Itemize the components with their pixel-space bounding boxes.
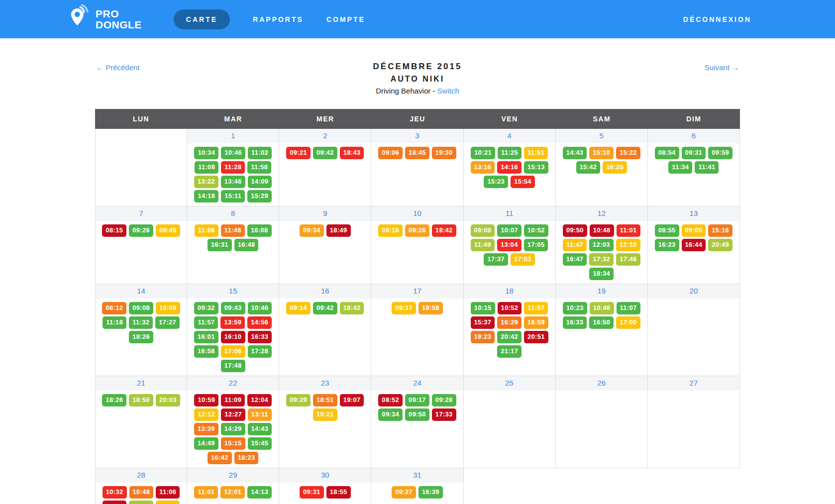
day-number[interactable]: 18 [464,284,555,299]
time-badge[interactable]: 15:24 [129,501,153,504]
time-badge[interactable]: 17:27 [155,316,180,329]
time-badge[interactable]: 14:18 [194,190,218,202]
time-badge[interactable]: 09:50 [563,224,587,237]
time-badge[interactable]: 09:05 [682,224,706,237]
time-badge[interactable]: 14:49 [194,437,218,450]
day-number[interactable]: 28 [96,468,187,483]
time-badge[interactable]: 10:46 [590,302,614,314]
time-badge[interactable]: 14:56 [247,316,272,329]
time-badge[interactable]: 09:17 [392,302,416,314]
prodongle-logo[interactable]: PRO DONGLE [70,4,142,34]
time-badge[interactable]: 10:48 [129,486,154,499]
time-badge[interactable]: 11:06 [195,224,218,237]
time-badge[interactable]: 15:10 [589,147,614,159]
time-badge[interactable]: 09:26 [129,224,153,237]
time-badge[interactable]: 16:31 [208,239,232,251]
time-badge[interactable]: 09:32 [194,302,218,314]
day-number[interactable]: 22 [187,376,279,391]
time-badge[interactable]: 19:07 [340,394,364,406]
time-badge[interactable]: 12:10 [616,239,640,251]
time-badge[interactable]: 10:46 [221,147,245,159]
nav-item-rapports[interactable]: RAPPORTS [253,15,304,23]
time-badge[interactable]: 15:49 [156,501,180,504]
time-badge[interactable]: 11:57 [524,302,548,314]
time-badge[interactable]: 11:25 [498,147,522,159]
time-badge[interactable]: 11:01 [194,486,218,499]
time-badge[interactable]: 08:15 [102,224,126,237]
time-badge[interactable]: 09:42 [313,147,337,159]
time-badge[interactable]: 09:31 [300,486,324,499]
time-badge[interactable]: 11:57 [194,316,218,329]
day-number[interactable]: 24 [371,376,463,391]
time-badge[interactable]: 18:50 [129,394,153,406]
time-badge[interactable]: 17:28 [248,345,272,358]
time-badge[interactable]: 16:59 [524,316,548,329]
time-badge[interactable]: 15:11 [221,190,245,202]
time-badge[interactable]: 19:30 [432,147,456,159]
time-badge[interactable]: 11:34 [668,161,692,174]
time-badge[interactable]: 12:27 [221,408,245,421]
day-number[interactable]: 9 [279,206,371,221]
time-badge[interactable]: 18:45 [405,147,429,159]
time-badge[interactable]: 09:17 [405,394,429,406]
time-badge[interactable]: 16:47 [563,253,587,266]
time-badge[interactable]: 11:18 [103,316,126,329]
time-badge[interactable]: 17:53 [511,253,535,266]
time-badge[interactable]: 11:47 [563,239,587,251]
time-badge[interactable]: 11:28 [221,161,245,174]
day-number[interactable]: 19 [556,284,647,299]
day-number[interactable]: 26 [556,376,647,391]
time-badge[interactable]: 11:09 [221,394,245,406]
time-badge[interactable]: 10:32 [103,486,127,499]
time-badge[interactable]: 15:22 [616,147,640,159]
day-number[interactable]: 7 [96,206,187,221]
nav-item-compte[interactable]: COMPTE [326,15,365,23]
time-badge[interactable]: 15:37 [471,316,495,329]
time-badge[interactable]: 18:42 [340,302,364,314]
time-badge[interactable]: 08:55 [655,224,679,237]
logout-link[interactable]: DÉCONNEXION [683,15,751,23]
time-badge[interactable]: 15:45 [248,437,272,450]
time-badge[interactable]: 09:59 [708,147,732,159]
time-badge[interactable]: 14:16 [497,161,522,174]
time-badge[interactable]: 13:59 [220,316,245,329]
time-badge[interactable]: 14:13 [247,486,272,499]
time-badge[interactable]: 09:08 [129,302,153,314]
time-badge[interactable]: 15:54 [511,176,535,188]
time-badge[interactable]: 09:42 [313,302,337,314]
time-badge[interactable]: 16:44 [682,239,706,251]
time-badge[interactable]: 11:06 [156,486,180,499]
time-badge[interactable]: 10:46 [248,302,272,314]
time-badge[interactable]: 09:34 [300,224,324,237]
time-badge[interactable]: 17:32 [589,253,614,266]
time-badge[interactable]: 17:00 [616,316,640,329]
time-badge[interactable]: 09:50 [405,408,429,421]
day-number[interactable]: 11 [464,206,555,221]
day-number[interactable]: 5 [556,129,647,143]
time-badge[interactable]: 12:03 [589,239,614,251]
time-badge[interactable]: 09:29 [286,394,311,406]
time-badge[interactable]: 18:55 [326,486,351,499]
time-badge[interactable]: 10:08 [156,302,180,314]
day-number[interactable]: 27 [648,376,739,391]
time-badge[interactable]: 11:02 [248,147,272,159]
time-badge[interactable]: 18:51 [313,394,337,406]
time-badge[interactable]: 17:46 [616,253,640,266]
time-badge[interactable]: 11:08 [195,161,218,174]
time-badge[interactable]: 11:51 [524,147,548,159]
time-badge[interactable]: 21:17 [497,345,522,358]
time-badge[interactable]: 20:49 [708,239,732,251]
time-badge[interactable]: 10:15 [471,302,495,314]
time-badge[interactable]: 08:54 [655,147,679,159]
time-badge[interactable]: 17:06 [221,345,245,358]
time-badge[interactable]: 16:25 [603,161,627,174]
day-number[interactable]: 16 [279,284,371,299]
time-badge[interactable]: 13:11 [248,408,272,421]
time-badge[interactable]: 11:01 [617,224,640,237]
previous-month-link[interactable]: ← Précédent [96,63,140,72]
time-badge[interactable]: 08:52 [378,394,403,406]
time-badge[interactable]: 18:26 [102,394,126,406]
time-badge[interactable]: 16:33 [563,316,587,329]
time-badge[interactable]: 09:14 [286,302,311,314]
time-badge[interactable]: 13:22 [194,176,218,188]
